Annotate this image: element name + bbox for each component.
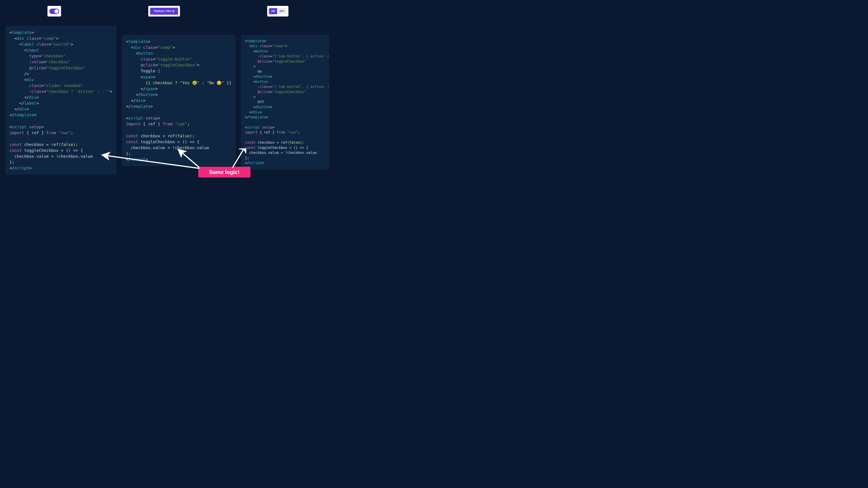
switch-toggle[interactable] [49, 8, 59, 14]
off-tab-button[interactable]: OFF [277, 8, 287, 14]
toggle-yes-button[interactable]: TOGGLE | YES 😃 [150, 8, 178, 15]
code-block-tabs: <template> <div class="comp"> <button :c… [241, 35, 329, 169]
demo-header-row: TOGGLE | YES 😃 ON OFF [0, 0, 329, 17]
code-block-switch: <template> <div class="comp"> <label cla… [5, 26, 116, 175]
toggle-button-demo-card: TOGGLE | YES 😃 [148, 6, 180, 17]
code-columns: <template> <div class="comp"> <label cla… [0, 17, 329, 184]
onoff-demo-card: ON OFF [267, 6, 288, 17]
toggle-button-label: TOGGLE | YES 😃 [154, 10, 175, 12]
switch-demo-card [48, 6, 61, 17]
onoff-toggle: ON OFF [269, 8, 287, 14]
code-block-button: <template> <div class="comp"> <button cl… [122, 35, 236, 166]
same-logic-callout: Same logic! [198, 167, 250, 177]
on-tab-button[interactable]: ON [269, 8, 277, 14]
